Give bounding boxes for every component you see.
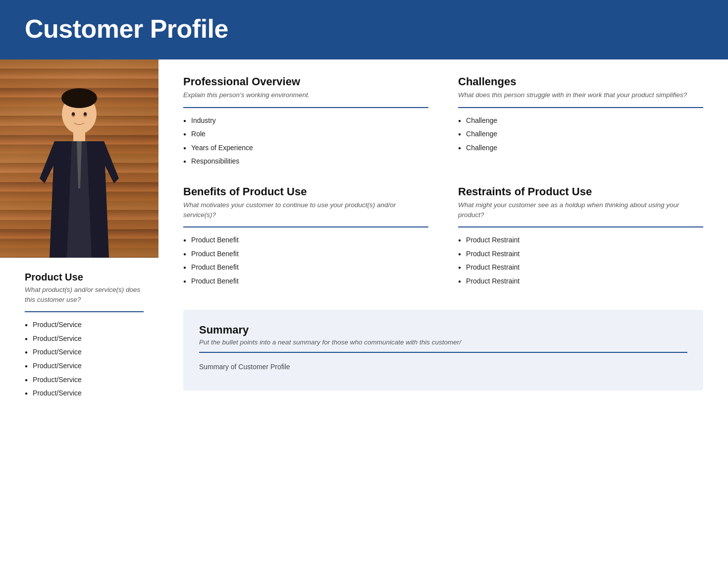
summary-text: Summary of Customer Profile [199, 363, 687, 371]
product-use-list: Product/Service Product/Service Product/… [25, 320, 144, 398]
svg-point-12 [84, 112, 87, 116]
summary-subtitle: Put the bullet points into a neat summar… [199, 338, 687, 346]
list-item: Product/Service [25, 389, 144, 398]
svg-point-11 [72, 112, 75, 116]
list-item: Product Benefit [183, 263, 428, 273]
restraints-section: Restraints of Product Use What might you… [458, 185, 703, 290]
left-column: Product Use What product(s) and/or servi… [0, 59, 158, 412]
list-item: Responsibilities [183, 157, 428, 167]
professional-overview-divider [183, 107, 428, 108]
benefits-divider [183, 226, 428, 227]
list-item: Challenge [458, 129, 703, 139]
challenges-divider [458, 107, 703, 108]
professional-overview-subtitle: Explain this person's working environmen… [183, 90, 428, 100]
list-item: Challenge [458, 116, 703, 126]
person-photo [0, 59, 158, 258]
professional-overview-title: Professional Overview [183, 75, 428, 88]
professional-overview-section: Professional Overview Explain this perso… [183, 75, 428, 170]
restraints-subtitle: What might your customer see as a holdup… [458, 200, 703, 220]
challenges-title: Challenges [458, 75, 703, 88]
list-item: Product Benefit [183, 235, 428, 245]
svg-point-8 [61, 88, 97, 108]
list-item: Product Restraint [458, 263, 703, 273]
list-item: Product Restraint [458, 277, 703, 286]
list-item: Role [183, 129, 428, 139]
summary-section: Summary Put the bullet points into a nea… [183, 310, 703, 391]
bottom-two-col: Benefits of Product Use What motivates y… [183, 185, 703, 290]
product-use-subtitle: What product(s) and/or service(s) does t… [25, 285, 144, 304]
benefits-section: Benefits of Product Use What motivates y… [183, 185, 428, 290]
list-item: Years of Experience [183, 143, 428, 153]
challenges-subtitle: What does this person struggle with in t… [458, 90, 703, 100]
list-item: Product Benefit [183, 249, 428, 259]
restraints-divider [458, 226, 703, 227]
benefits-subtitle: What motivates your customer to continue… [183, 200, 428, 220]
product-use-title: Product Use [25, 272, 144, 283]
svg-rect-1 [73, 131, 85, 141]
list-item: Product/Service [25, 361, 144, 371]
benefits-title: Benefits of Product Use [183, 185, 428, 198]
main-content: Product Use What product(s) and/or servi… [0, 59, 728, 412]
benefits-list: Product Benefit Product Benefit Product … [183, 235, 428, 286]
page-title: Customer Profile [25, 14, 703, 44]
product-use-divider [25, 311, 144, 312]
list-item: Industry [183, 116, 428, 126]
professional-overview-list: Industry Role Years of Experience Respon… [183, 116, 428, 167]
top-two-col: Professional Overview Explain this perso… [183, 75, 703, 170]
list-item: Product/Service [25, 347, 144, 357]
summary-divider [199, 352, 687, 353]
challenges-list: Challenge Challenge Challenge [458, 116, 703, 153]
restraints-list: Product Restraint Product Restraint Prod… [458, 235, 703, 286]
challenges-section: Challenges What does this person struggl… [458, 75, 703, 170]
product-use-section: Product Use What product(s) and/or servi… [0, 258, 158, 412]
list-item: Challenge [458, 143, 703, 153]
restraints-title: Restraints of Product Use [458, 185, 703, 198]
person-figure [25, 79, 134, 258]
right-content: Professional Overview Explain this perso… [158, 59, 728, 412]
list-item: Product Restraint [458, 249, 703, 259]
list-item: Product/Service [25, 320, 144, 330]
list-item: Product Benefit [183, 277, 428, 286]
header: Customer Profile [0, 0, 728, 59]
list-item: Product/Service [25, 334, 144, 344]
summary-title: Summary [199, 324, 687, 337]
list-item: Product/Service [25, 375, 144, 385]
list-item: Product Restraint [458, 235, 703, 245]
